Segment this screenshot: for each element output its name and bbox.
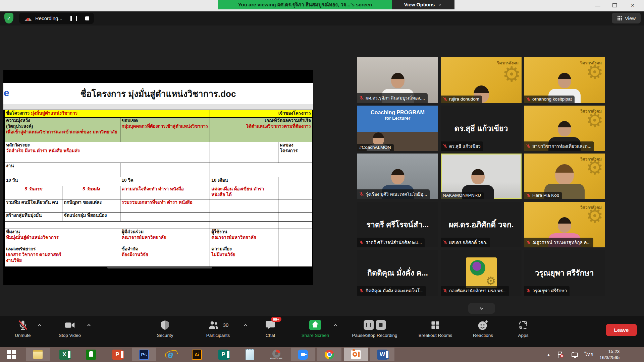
network-display-icon[interactable] bbox=[571, 351, 579, 359]
participants-button[interactable]: 30 Participants bbox=[206, 319, 230, 338]
security-label: Security bbox=[157, 333, 173, 338]
minimize-button[interactable]: — bbox=[591, 1, 604, 9]
stop-video-button[interactable]: Stop Video bbox=[59, 319, 81, 338]
taskbar-illustrator[interactable]: Ai bbox=[185, 348, 209, 361]
photoshop-icon: Ps bbox=[139, 350, 149, 360]
participants-icon bbox=[208, 319, 220, 331]
cell-text: จัดแบ่งกลุ่ม พี่สอนน้อง bbox=[62, 213, 120, 222]
participants-options-caret[interactable] bbox=[242, 322, 249, 328]
language-indicator[interactable]: ไทย bbox=[585, 351, 593, 359]
cell-text: ได้ตำแหน่งวิชาการตามที่ต้องการ bbox=[211, 124, 311, 129]
taskbar-chrome[interactable] bbox=[317, 348, 341, 361]
taskbar-microsoft-store[interactable] bbox=[79, 348, 103, 361]
security-shield-icon bbox=[160, 319, 170, 331]
unmute-button[interactable]: Unmute bbox=[15, 319, 31, 338]
table-row: งาน bbox=[5, 163, 312, 177]
file-explorer-icon bbox=[33, 350, 43, 360]
participant-tile[interactable]: ⚙ วิศวกรสังคม rujira donudom bbox=[441, 57, 522, 103]
shared-screen-document: ชื่อโครงการ มุ่งมั่นสู่ตำแหน่งวิชาการ.do… bbox=[3, 70, 313, 285]
participant-tile[interactable]: ⚙ วิศวกรสังคม ณัฐวรรธน์ วรเนตรสุทธิกุล ค… bbox=[524, 202, 605, 247]
taskbar-clock[interactable]: 15:23 16/3/2565 bbox=[599, 349, 620, 360]
participant-tile-active-speaker[interactable]: NAKAMON#PNRU bbox=[441, 154, 522, 199]
participant-tile[interactable]: ⚙ กองพัฒนานักศึกษา มรภ.พร... bbox=[441, 250, 522, 296]
participant-tile[interactable]: ผศ.ดร.อภิศักดิ์ วจก. ผศ.ดร.อภิศักดิ์ วจก… bbox=[441, 202, 522, 247]
recording-label: Recording... bbox=[35, 15, 62, 21]
photoscape-icon: PHOTOSCAPE bbox=[271, 350, 281, 360]
taskbar-publisher[interactable]: P bbox=[211, 348, 235, 361]
organization-logo: ⚙ bbox=[466, 257, 497, 288]
action-center-flag-icon[interactable] bbox=[556, 351, 565, 359]
chevron-down-icon bbox=[478, 305, 485, 312]
pause-stop-recording-button[interactable]: Pause/Stop Recording bbox=[352, 319, 397, 338]
cell-text: 10 เดือน bbox=[210, 177, 278, 186]
table-row: ความมุ่งหวัง (วัตถุประสงค์) เพื่อเข้าสู่… bbox=[5, 118, 312, 142]
cell-text: ข้อจำกัด bbox=[121, 246, 208, 252]
taskbar-internet-explorer[interactable]: e bbox=[158, 348, 182, 361]
table-row: ชื่อโครงการ มุ่งมั่นสู่ตำแหน่งวิชาการ เจ… bbox=[5, 110, 312, 118]
apps-button[interactable]: Apps bbox=[518, 319, 529, 338]
participant-tile[interactable]: ผศ.ดร.รุจิภา สินสมบูรณ์ทอง,... bbox=[357, 57, 438, 103]
taskbar-file-explorer[interactable] bbox=[26, 348, 50, 361]
viewing-banner: You are viewing ผศ.ดร.รุจิภา สินสมบูรณ์ท… bbox=[218, 0, 392, 9]
table-row: รวมทีม คนมีใจเดียวกัน คน ถกปัญหา ของแต่ล… bbox=[5, 199, 312, 213]
view-options-button[interactable]: View Options bbox=[392, 0, 454, 9]
participant-name: กองพัฒนานักศึกษา มรภ.พร... bbox=[449, 287, 506, 294]
powerpoint-icon: P bbox=[112, 350, 122, 360]
start-button[interactable] bbox=[0, 348, 23, 361]
participant-tile[interactable]: ⚙ วิศวกรสังคม ornanong kositpipat bbox=[524, 57, 605, 103]
cell-text: วัดสำเร็จ มีงาน ตำรา หนังสือ พร้อมส่ง bbox=[6, 148, 118, 154]
share-options-caret[interactable] bbox=[332, 322, 339, 328]
participant-tile[interactable]: ⚙ วิศวกรสังคม สาขาวิชาการท่องเที่ยวและก.… bbox=[524, 106, 605, 151]
slide-title: Coaching PROGRAM bbox=[357, 110, 438, 116]
participant-tile[interactable]: ราตรี ศรีโรจน์สำ... ราตรี ศรีโรจน์สำนักศ… bbox=[357, 202, 438, 247]
internet-explorer-icon: e bbox=[165, 350, 175, 360]
view-layout-button[interactable]: View bbox=[612, 13, 641, 23]
pause-recording-icon[interactable] bbox=[70, 16, 77, 21]
security-button[interactable]: Security bbox=[157, 319, 173, 338]
close-button[interactable]: × bbox=[626, 1, 639, 9]
audio-options-caret[interactable] bbox=[36, 322, 43, 328]
share-screen-icon bbox=[309, 320, 321, 330]
cell-text: ขอบเขต bbox=[122, 118, 209, 124]
cloud-recording-icon: ☁ bbox=[24, 15, 32, 22]
taskbar-notepad[interactable] bbox=[238, 348, 262, 361]
stop-recording-icon[interactable] bbox=[85, 16, 89, 20]
participant-tile[interactable]: วรุณยุพา ศรีรักษา วรุณยุพา ศรีรักษา bbox=[524, 250, 605, 296]
table-row: ทีมงาน ทีมมุ่งมั่นสู่ตำแหน่งวิชาการ ผู้ม… bbox=[5, 229, 312, 246]
cell-text: คณาจารย์มหาวิทยาลัย bbox=[211, 235, 277, 241]
cell-text: ทีมมุ่งมั่นสู่ตำแหน่งวิชาการ bbox=[6, 235, 118, 241]
taskbar-excel[interactable]: X bbox=[52, 348, 76, 361]
taskbar-photoscape[interactable]: PHOTOSCAPE bbox=[264, 348, 288, 361]
taskbar-word[interactable]: W bbox=[370, 348, 394, 361]
cell-text: สร้างกลุ่มทีมมุ่งมั่น bbox=[5, 213, 62, 222]
leave-meeting-button[interactable]: Leave bbox=[606, 324, 637, 336]
pause-recording-icon[interactable] bbox=[364, 320, 374, 330]
chat-button[interactable]: 99+ Chat bbox=[265, 319, 276, 338]
cell-text: งาน bbox=[5, 163, 120, 177]
video-options-caret[interactable] bbox=[86, 322, 92, 328]
muted-mic-icon bbox=[359, 240, 364, 245]
breakout-rooms-button[interactable]: Breakout Rooms bbox=[419, 319, 452, 338]
leave-label: Leave bbox=[614, 327, 629, 333]
participant-tile[interactable]: ⚙ วิศวกรสังคม Hara Pla Koo bbox=[524, 154, 605, 199]
participant-tile[interactable]: กิตติคุณ มั่งคั่ง ค... กิตติคุณ มั่งคั่ง… bbox=[357, 250, 438, 296]
reactions-button[interactable]: Reactions bbox=[473, 319, 493, 338]
muted-mic-icon bbox=[443, 97, 447, 102]
maximize-button[interactable] bbox=[608, 1, 621, 9]
muted-mic-icon bbox=[526, 144, 531, 148]
participant-tile[interactable]: Coaching PROGRAM for Lecturer #CoachALMO… bbox=[357, 106, 438, 151]
stop-recording-icon[interactable] bbox=[376, 320, 386, 330]
taskbar-photoshop[interactable]: Ps bbox=[132, 348, 156, 361]
participant-tile[interactable]: ดร.สุธี แก้วเขียว ดร.สุธี แก้วเขียว bbox=[441, 106, 522, 151]
gallery-next-page-button[interactable] bbox=[468, 303, 495, 314]
share-screen-button[interactable]: Share Screen bbox=[302, 319, 329, 338]
cell-text: 5 วันแรก bbox=[5, 186, 62, 199]
participant-tile[interactable]: รุ่งเรือง มุศิริ คณะเทคโนโลยีอุ... bbox=[357, 154, 438, 199]
tray-expand-caret[interactable]: ▲ bbox=[547, 353, 550, 357]
taskbar-powerpoint[interactable]: P bbox=[105, 348, 129, 361]
table-row: สร้างกลุ่มทีมมุ่งมั่น จัดแบ่งกลุ่ม พี่สอ… bbox=[5, 213, 312, 222]
cell-text: ต้องมีงานวิจัย bbox=[121, 252, 208, 258]
taskbar-camera-app-active[interactable] bbox=[344, 348, 368, 361]
taskbar-zoom[interactable] bbox=[291, 348, 315, 361]
brand-text: วิศวกรสังคม bbox=[580, 156, 602, 162]
